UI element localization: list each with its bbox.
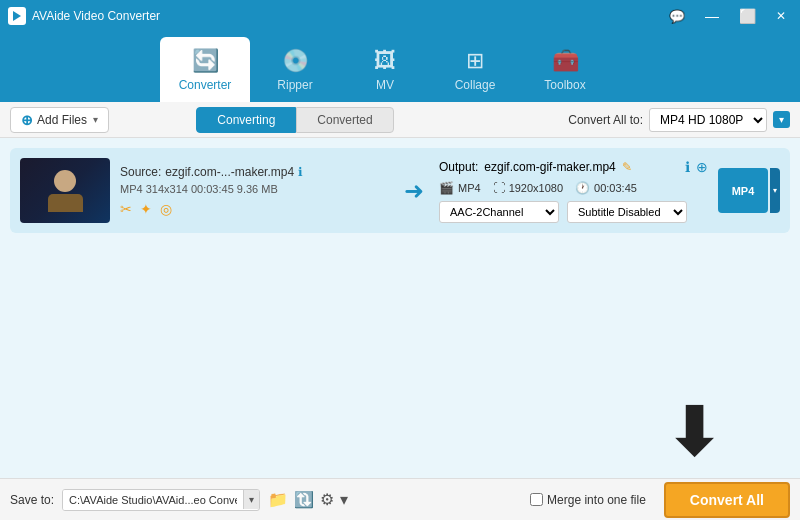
output-header: Output: ezgif.com-gif-maker.mp4 ✎ ℹ ⊕ bbox=[439, 159, 708, 175]
refresh-icon[interactable]: 🔃 bbox=[294, 490, 314, 509]
bottom-icons: 📁 🔃 ⚙ ▾ bbox=[268, 490, 348, 509]
tab-ripper[interactable]: 💿 Ripper bbox=[250, 37, 340, 102]
output-resolution-spec: ⛶ 1920x1080 bbox=[493, 181, 563, 195]
bottom-bar: Save to: ▾ 📁 🔃 ⚙ ▾ Merge into one file C… bbox=[0, 478, 800, 520]
format-badge-wrapper: MP4 ▾ bbox=[718, 168, 780, 213]
ripper-icon: 💿 bbox=[282, 48, 309, 74]
main-content: Source: ezgif.com-...-maker.mp4 ℹ MP4 31… bbox=[0, 138, 800, 478]
app-icon bbox=[8, 7, 26, 25]
output-add-icon[interactable]: ⊕ bbox=[696, 159, 708, 175]
format-badge-label: MP4 bbox=[732, 185, 755, 197]
format-dropdown-button[interactable]: ▾ bbox=[773, 111, 790, 128]
svg-marker-0 bbox=[13, 11, 21, 21]
mode-tab-switcher: Converting Converted bbox=[196, 107, 393, 133]
tab-collage-label: Collage bbox=[455, 78, 496, 92]
plus-icon: ⊕ bbox=[21, 112, 33, 128]
file-thumbnail bbox=[20, 158, 110, 223]
file-item: Source: ezgif.com-...-maker.mp4 ℹ MP4 31… bbox=[10, 148, 790, 233]
app-title: AVAide Video Converter bbox=[32, 9, 160, 23]
toolbox-icon: 🧰 bbox=[552, 48, 579, 74]
output-resolution-value: 1920x1080 bbox=[509, 182, 563, 194]
add-files-label: Add Files bbox=[37, 113, 87, 127]
scissors-icon[interactable]: ✦ bbox=[140, 201, 152, 217]
output-edit-icon[interactable]: ✎ bbox=[622, 160, 632, 174]
tab-toolbox-label: Toolbox bbox=[544, 78, 585, 92]
convert-all-button[interactable]: Convert All bbox=[664, 482, 790, 518]
output-specs: 🎬 MP4 ⛶ 1920x1080 🕐 00:03:45 bbox=[439, 181, 708, 195]
mv-icon: 🖼 bbox=[374, 48, 396, 74]
tab-mv[interactable]: 🖼 MV bbox=[340, 37, 430, 102]
folder-icon[interactable]: 📁 bbox=[268, 490, 288, 509]
convert-all-to-label: Convert All to: bbox=[568, 113, 643, 127]
format-icon: 🎬 bbox=[439, 181, 454, 195]
output-label: Output: bbox=[439, 160, 478, 174]
tab-mv-label: MV bbox=[376, 78, 394, 92]
cut-icon[interactable]: ✂ bbox=[120, 201, 132, 217]
nav-tabs: 🔄 Converter 💿 Ripper 🖼 MV ⊞ Collage 🧰 To… bbox=[0, 32, 800, 102]
output-dropdowns: AAC-2Channel MP3 AAC Subtitle Disabled S… bbox=[439, 201, 708, 223]
source-label: Source: bbox=[120, 165, 161, 179]
output-format-value: MP4 bbox=[458, 182, 481, 194]
thumbnail-preview bbox=[20, 158, 110, 223]
audio-dropdown[interactable]: AAC-2Channel MP3 AAC bbox=[439, 201, 559, 223]
message-icon[interactable]: 💬 bbox=[663, 7, 691, 26]
convert-all-to: Convert All to: MP4 HD 1080P MP4 HD 720P… bbox=[568, 108, 790, 132]
tab-toolbox[interactable]: 🧰 Toolbox bbox=[520, 37, 610, 102]
add-files-dropdown-arrow: ▾ bbox=[93, 114, 98, 125]
save-path-input[interactable] bbox=[63, 490, 243, 510]
output-section: Output: ezgif.com-gif-maker.mp4 ✎ ℹ ⊕ 🎬 … bbox=[439, 159, 708, 223]
file-info: Source: ezgif.com-...-maker.mp4 ℹ MP4 31… bbox=[120, 165, 389, 217]
file-source: Source: ezgif.com-...-maker.mp4 ℹ bbox=[120, 165, 389, 179]
settings-icon[interactable]: ⚙ bbox=[320, 490, 334, 509]
tab-converting[interactable]: Converting bbox=[196, 107, 296, 133]
merge-label: Merge into one file bbox=[547, 493, 646, 507]
convert-arrow: ➜ bbox=[399, 177, 429, 205]
save-to-path: ▾ bbox=[62, 489, 260, 511]
merge-checkbox-input[interactable] bbox=[530, 493, 543, 506]
subtitle-dropdown[interactable]: Subtitle Disabled Subtitle Enabled bbox=[567, 201, 687, 223]
window-controls: 💬 — ⬜ ✕ bbox=[663, 6, 792, 26]
file-meta: MP4 314x314 00:03:45 9.36 MB bbox=[120, 183, 389, 195]
output-format-spec: 🎬 MP4 bbox=[439, 181, 481, 195]
output-duration-spec: 🕐 00:03:45 bbox=[575, 181, 637, 195]
add-files-button[interactable]: ⊕ Add Files ▾ bbox=[10, 107, 109, 133]
minimize-button[interactable]: — bbox=[699, 6, 725, 26]
save-to-label: Save to: bbox=[10, 493, 54, 507]
duration-icon: 🕐 bbox=[575, 181, 590, 195]
resolution-icon: ⛶ bbox=[493, 181, 505, 195]
title-bar: AVAide Video Converter 💬 — ⬜ ✕ bbox=[0, 0, 800, 32]
output-filename: ezgif.com-gif-maker.mp4 bbox=[484, 160, 615, 174]
format-badge-dropdown-button[interactable]: ▾ bbox=[770, 168, 780, 213]
converter-icon: 🔄 bbox=[192, 48, 219, 74]
output-duration-value: 00:03:45 bbox=[594, 182, 637, 194]
format-select[interactable]: MP4 HD 1080P MP4 HD 720P AVI MOV bbox=[649, 108, 767, 132]
output-actions: ℹ ⊕ bbox=[685, 159, 708, 175]
merge-checkbox: Merge into one file bbox=[530, 493, 646, 507]
app-logo: AVAide Video Converter bbox=[8, 7, 160, 25]
save-path-dropdown[interactable]: ▾ bbox=[243, 490, 259, 509]
tab-converted[interactable]: Converted bbox=[296, 107, 393, 133]
source-filename: ezgif.com-...-maker.mp4 bbox=[165, 165, 294, 179]
file-actions: ✂ ✦ ◎ bbox=[120, 201, 389, 217]
tab-converter-label: Converter bbox=[179, 78, 232, 92]
effects-icon[interactable]: ◎ bbox=[160, 201, 172, 217]
maximize-button[interactable]: ⬜ bbox=[733, 6, 762, 26]
toolbar: ⊕ Add Files ▾ Converting Converted Conve… bbox=[0, 102, 800, 138]
tab-collage[interactable]: ⊞ Collage bbox=[430, 37, 520, 102]
close-button[interactable]: ✕ bbox=[770, 7, 792, 25]
format-badge[interactable]: MP4 bbox=[718, 168, 768, 213]
source-info-icon[interactable]: ℹ bbox=[298, 165, 303, 179]
output-info-icon[interactable]: ℹ bbox=[685, 159, 690, 175]
settings-dropdown-icon[interactable]: ▾ bbox=[340, 490, 348, 509]
collage-icon: ⊞ bbox=[466, 48, 484, 74]
tab-ripper-label: Ripper bbox=[277, 78, 312, 92]
tab-converter[interactable]: 🔄 Converter bbox=[160, 37, 250, 102]
